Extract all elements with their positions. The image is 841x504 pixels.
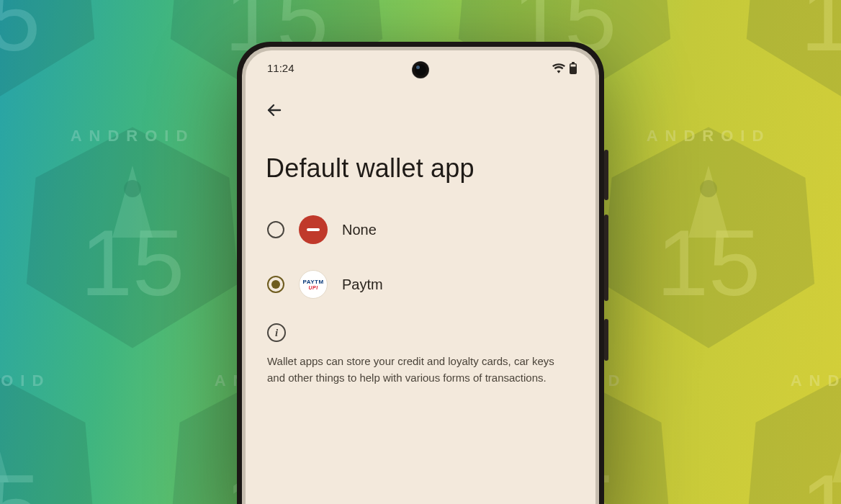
svg-rect-1 [572,62,575,64]
back-button[interactable] [260,96,289,125]
wallet-options-list: None PAYTMUPI Paytm [246,202,595,312]
option-label: Paytm [342,276,383,293]
android-badge: ANDROID 15 [17,122,248,353]
android-badge: ANDROID 15 [737,367,841,504]
wallet-option-paytm[interactable]: PAYTMUPI Paytm [261,257,580,312]
info-icon: i [267,323,286,342]
svg-rect-2 [571,65,576,67]
phone-side-button [604,215,608,301]
camera-hole [413,62,428,78]
page-title: Default wallet app [246,125,595,202]
battery-icon [570,62,577,74]
option-label: None [342,222,377,238]
arrow-left-icon [266,102,283,119]
radio-button[interactable] [267,276,284,293]
none-icon [299,215,328,244]
android-badge: ANDROID 15 [737,0,841,108]
status-time: 11:24 [267,62,294,74]
android-badge: ANDROID 15 [0,0,104,108]
paytm-icon: PAYTMUPI [299,270,328,299]
android-badge: ANDROID 15 [0,367,104,504]
phone-frame: 11:24 [237,42,604,504]
wallet-option-none[interactable]: None [261,202,580,257]
wifi-icon [552,63,565,73]
phone-side-button [604,319,608,361]
radio-button[interactable] [267,221,284,238]
phone-side-button [604,150,608,200]
info-text: Wallet apps can store your credit and lo… [267,354,570,386]
phone-screen: 11:24 [246,50,595,504]
android-badge: ANDROID 15 [593,122,824,353]
